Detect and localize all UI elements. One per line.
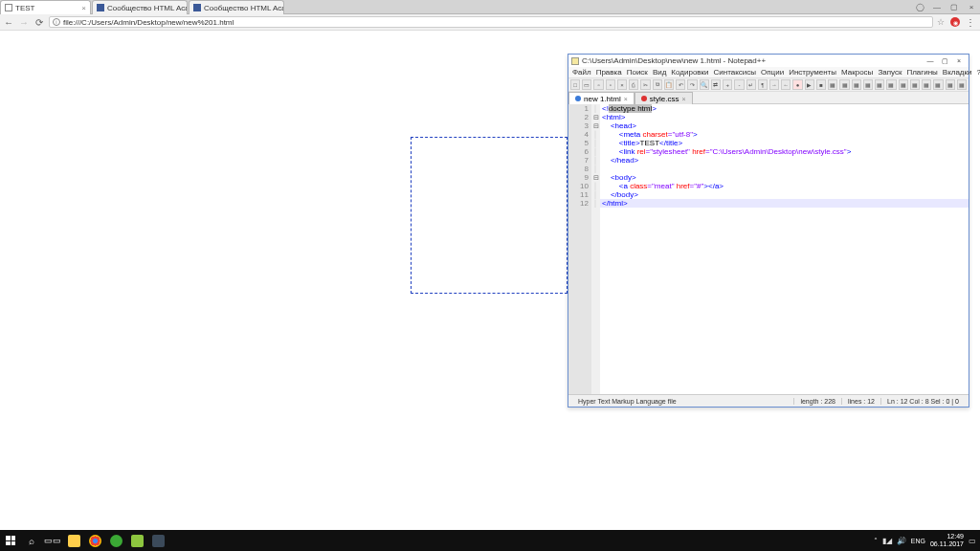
favicon-icon [5, 4, 12, 11]
meat-link[interactable] [411, 137, 568, 294]
tb-zoomout-icon[interactable]: - [734, 79, 744, 90]
status-lines: lines : 12 [842, 398, 881, 405]
tab-title: Сообщество HTML Aca [107, 4, 188, 12]
extension-icon[interactable]: ◉ [950, 17, 960, 27]
tb-misc6-icon[interactable]: ▦ [886, 79, 896, 90]
npp-editor[interactable]: 123456789101112 │⊟⊟│││││⊟│││ <!doctype h… [568, 104, 969, 394]
favicon-icon [193, 4, 201, 11]
bookmark-star-icon[interactable]: ☆ [937, 17, 947, 27]
menu-view[interactable]: Вид [653, 68, 666, 77]
menu-file[interactable]: Файл [572, 68, 591, 77]
tb-open-icon[interactable]: ▭ [582, 79, 591, 90]
url-text: file:///C:/Users/Admin/Desktop/new/new%2… [63, 18, 234, 27]
tb-outdent-icon[interactable]: ← [781, 79, 791, 90]
tb-close-icon[interactable]: × [617, 79, 627, 90]
npp-filetab-1[interactable]: style.css × [635, 92, 693, 104]
browser-tab-2[interactable]: Сообщество HTML Aca × [189, 0, 284, 14]
tb-misc4-icon[interactable]: ▦ [863, 79, 873, 90]
tb-zoomin-icon[interactable]: + [723, 79, 732, 90]
user-icon[interactable]: ◯ [911, 0, 928, 13]
npp-maximize-icon[interactable]: ▢ [938, 56, 951, 66]
tb-misc11-icon[interactable]: ▦ [946, 79, 955, 90]
tb-save-icon[interactable]: ▫ [593, 79, 603, 90]
menu-encoding[interactable]: Кодировки [671, 68, 708, 77]
tb-saveall-icon[interactable]: ▫ [606, 79, 615, 90]
menu-search[interactable]: Поиск [627, 68, 648, 77]
maximize-icon[interactable]: ▢ [946, 0, 963, 13]
filetab-close-icon[interactable]: × [624, 96, 628, 102]
menu-plugins[interactable]: Плагины [906, 68, 937, 77]
minimize-icon[interactable]: — [928, 0, 946, 13]
filetab-name: style.css [650, 95, 679, 103]
reload-icon[interactable]: ⟳ [33, 16, 45, 28]
tb-indent-icon[interactable]: → [769, 79, 779, 90]
npp-titlebar[interactable]: C:\Users\Admin\Desktop\new\new 1.html - … [568, 55, 969, 67]
taskbar-paint-icon[interactable] [147, 530, 168, 551]
tray-volume-icon[interactable]: 🔊 [897, 537, 906, 545]
close-tab-icon[interactable]: × [81, 4, 86, 12]
taskview-icon[interactable]: ▭▭ [42, 530, 63, 551]
npp-app-icon [571, 57, 579, 65]
back-icon[interactable]: ← [3, 16, 14, 28]
npp-toolbar: □ ▭ ▫ ▫ × ⎙ ✂ ⧉ 📋 ↶ ↷ 🔍 ⇄ + - ↵ ¶ → ← ● … [568, 78, 969, 92]
tb-misc1-icon[interactable]: ▦ [828, 79, 837, 90]
tb-misc3-icon[interactable]: ▦ [852, 79, 861, 90]
taskbar-chrome-icon[interactable] [84, 530, 105, 551]
taskbar-utorrent-icon[interactable] [105, 530, 126, 551]
npp-filetab-0[interactable]: new 1.html × [568, 92, 635, 104]
tb-redo-icon[interactable]: ↷ [687, 79, 697, 90]
tb-misc5-icon[interactable]: ▦ [875, 79, 884, 90]
tb-cut-icon[interactable]: ✂ [640, 79, 650, 90]
tb-stop-icon[interactable]: ■ [816, 79, 826, 90]
tb-wrap-icon[interactable]: ↵ [746, 79, 756, 90]
tb-misc10-icon[interactable]: ▦ [933, 79, 943, 90]
menu-options[interactable]: Опции [761, 68, 784, 77]
site-info-icon[interactable]: i [53, 18, 60, 26]
menu-tabs[interactable]: Вкладки [943, 68, 972, 77]
tb-showall-icon[interactable]: ¶ [758, 79, 768, 90]
tb-misc9-icon[interactable]: ▦ [922, 79, 931, 90]
menu-tools[interactable]: Инструменты [789, 68, 836, 77]
tb-paste-icon[interactable]: 📋 [664, 79, 674, 90]
menu-run[interactable]: Запуск [878, 68, 902, 77]
tb-misc12-icon[interactable]: ▦ [957, 79, 967, 90]
tb-print-icon[interactable]: ⎙ [629, 79, 638, 90]
tb-replace-icon[interactable]: ⇄ [711, 79, 721, 90]
tb-new-icon[interactable]: □ [570, 79, 580, 90]
tray-clock[interactable]: 12:49 06.11.2017 [930, 533, 964, 548]
tray-notifications-icon[interactable]: ▭ [969, 537, 976, 545]
browser-tab-0[interactable]: TEST × [0, 0, 91, 14]
url-field[interactable]: i file:///C:/Users/Admin/Desktop/new/new… [49, 16, 933, 28]
tb-misc7-icon[interactable]: ▦ [899, 79, 908, 90]
fold-column: │⊟⊟│││││⊟│││ [591, 104, 600, 394]
tb-play-icon[interactable]: ▶ [805, 79, 814, 90]
menu-macros[interactable]: Макросы [841, 68, 873, 77]
start-button[interactable] [0, 530, 21, 551]
tray-lang[interactable]: ENG [911, 538, 925, 544]
tb-undo-icon[interactable]: ↶ [676, 79, 685, 90]
taskbar-notepadpp-icon[interactable] [126, 530, 147, 551]
chrome-address-bar: ← → ⟳ i file:///C:/Users/Admin/Desktop/n… [0, 14, 980, 31]
menu-syntax[interactable]: Синтаксисы [714, 68, 757, 77]
npp-statusbar: Hyper Text Markup Language file length :… [568, 394, 969, 407]
tb-misc8-icon[interactable]: ▦ [910, 79, 920, 90]
search-icon[interactable]: ⌕ [21, 530, 42, 551]
tb-record-icon[interactable]: ● [792, 79, 802, 90]
tray-network-icon[interactable]: ▮◢ [882, 537, 892, 545]
tb-copy-icon[interactable]: ⧉ [653, 79, 662, 90]
filetab-name: new 1.html [584, 95, 621, 103]
tb-misc2-icon[interactable]: ▦ [839, 79, 849, 90]
menu-help[interactable]: ? [977, 68, 980, 77]
code-area[interactable]: <!doctype html><html> <head> <meta chars… [600, 104, 969, 394]
menu-edit[interactable]: Правка [596, 68, 622, 77]
tb-find-icon[interactable]: 🔍 [700, 79, 709, 90]
npp-close-icon[interactable]: × [952, 56, 966, 66]
filetab-close-icon[interactable]: × [681, 96, 685, 102]
forward-icon[interactable]: → [18, 16, 30, 28]
browser-tab-1[interactable]: Сообщество HTML Aca × [92, 0, 188, 14]
tray-chevron-icon[interactable]: ˄ [874, 537, 878, 545]
chrome-menu-icon[interactable]: ⋮ [964, 17, 977, 28]
npp-minimize-icon[interactable]: — [924, 56, 937, 66]
close-icon[interactable]: × [963, 0, 980, 13]
taskbar-explorer-icon[interactable] [63, 530, 84, 551]
